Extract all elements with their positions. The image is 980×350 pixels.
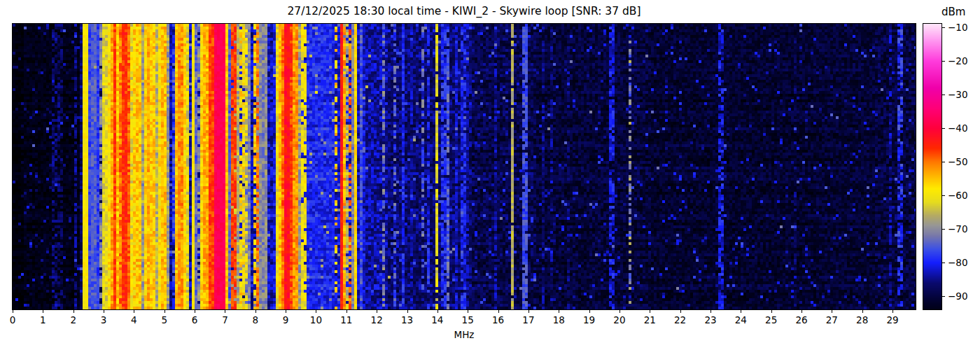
colorbar-tick-label: −70 <box>948 223 968 234</box>
x-tick-mark <box>468 310 468 313</box>
x-tick-label: 6 <box>181 314 209 326</box>
x-tick-label: 29 <box>878 314 906 326</box>
colorbar-tick-mark <box>942 296 945 297</box>
x-tick-label: 23 <box>696 314 724 326</box>
x-tick-mark <box>741 310 741 313</box>
x-tick-label: 16 <box>484 314 512 326</box>
colorbar-tick-mark <box>942 262 945 263</box>
x-tick-label: 15 <box>454 314 482 326</box>
x-tick-mark <box>164 310 165 313</box>
x-tick-mark <box>377 310 377 313</box>
x-tick-label: 21 <box>636 314 664 326</box>
colorbar-tick-mark <box>942 61 945 62</box>
x-tick-label: 14 <box>424 314 451 326</box>
colorbar-tick-label: −60 <box>948 190 968 201</box>
x-tick-mark <box>13 310 13 313</box>
colorbar-tick-mark <box>942 229 945 230</box>
x-tick-mark <box>74 310 74 313</box>
x-tick-mark <box>498 310 499 313</box>
x-tick-mark <box>892 310 893 313</box>
x-tick-mark <box>346 310 347 313</box>
x-tick-label: 9 <box>272 314 300 326</box>
colorbar <box>923 23 942 310</box>
x-tick-mark <box>528 310 529 313</box>
x-tick-mark <box>589 310 590 313</box>
x-tick-mark <box>802 310 802 313</box>
x-tick-mark <box>710 310 711 313</box>
x-tick-label: 2 <box>59 314 88 326</box>
colorbar-gradient <box>923 24 941 309</box>
colorbar-tick-label: −10 <box>948 22 968 33</box>
page-title: 27/12/2025 18:30 local time - KIWI_2 - S… <box>13 5 916 18</box>
x-tick-mark <box>771 310 772 313</box>
x-tick-mark <box>620 310 620 313</box>
colorbar-tick-label: −40 <box>948 122 968 134</box>
x-tick-label: 1 <box>29 314 57 326</box>
x-tick-label: 13 <box>393 314 421 326</box>
colorbar-tick-label: −80 <box>948 257 968 268</box>
x-tick-label: 22 <box>666 314 694 326</box>
x-tick-mark <box>862 310 863 313</box>
x-tick-mark <box>104 310 104 313</box>
x-tick-mark <box>134 310 134 313</box>
x-axis-unit-label: MHz <box>13 329 916 340</box>
x-tick-mark <box>225 310 225 313</box>
x-tick-label: 20 <box>606 314 634 326</box>
x-tick-label: 10 <box>302 314 330 326</box>
spectrogram-figure: 27/12/2025 18:30 local time - KIWI_2 - S… <box>0 0 980 350</box>
colorbar-tick-mark <box>942 195 945 196</box>
x-tick-label: 4 <box>120 314 148 326</box>
x-tick-mark <box>832 310 832 313</box>
colorbar-tick-label: −20 <box>948 55 968 66</box>
x-tick-label: 25 <box>757 314 785 326</box>
x-tick-label: 27 <box>818 314 846 326</box>
x-tick-label: 5 <box>150 314 178 326</box>
x-tick-mark <box>286 310 286 313</box>
colorbar-unit-label: dBm <box>941 6 965 18</box>
x-tick-mark <box>195 310 195 313</box>
x-tick-mark <box>407 310 408 313</box>
x-tick-label: 17 <box>514 314 542 326</box>
x-tick-label: 24 <box>727 314 755 326</box>
spectrogram-heatmap <box>13 24 916 309</box>
x-tick-mark <box>559 310 559 313</box>
x-tick-mark <box>255 310 256 313</box>
colorbar-tick-mark <box>942 27 945 28</box>
x-tick-mark <box>316 310 316 313</box>
x-tick-label: 28 <box>848 314 876 326</box>
colorbar-tick-label: −30 <box>948 89 968 100</box>
x-tick-label: 7 <box>211 314 239 326</box>
x-tick-mark <box>680 310 681 313</box>
colorbar-tick-mark <box>942 128 945 129</box>
x-tick-label: 3 <box>90 314 118 326</box>
waterfall-plot-area <box>12 23 916 310</box>
x-tick-label: 0 <box>0 314 27 326</box>
colorbar-tick-label: −90 <box>948 290 968 302</box>
x-tick-mark <box>438 310 438 313</box>
x-tick-label: 18 <box>545 314 573 326</box>
x-tick-mark <box>650 310 650 313</box>
x-tick-label: 19 <box>575 314 603 326</box>
colorbar-tick-label: −50 <box>948 156 968 167</box>
x-tick-label: 26 <box>788 314 816 326</box>
x-tick-mark <box>43 310 43 313</box>
x-tick-label: 8 <box>241 314 270 326</box>
colorbar-tick-mark <box>942 162 945 162</box>
x-tick-label: 12 <box>363 314 391 326</box>
colorbar-tick-mark <box>942 94 945 95</box>
x-tick-label: 11 <box>332 314 360 326</box>
